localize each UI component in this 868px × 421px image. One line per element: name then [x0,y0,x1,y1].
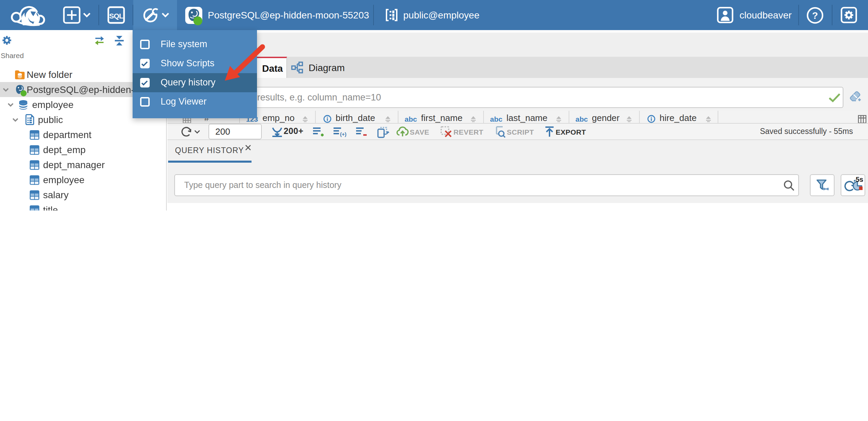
svg-text:SQL: SQL [109,12,124,20]
svg-text:?: ? [812,10,818,21]
svg-text:(+): (+) [340,131,346,137]
